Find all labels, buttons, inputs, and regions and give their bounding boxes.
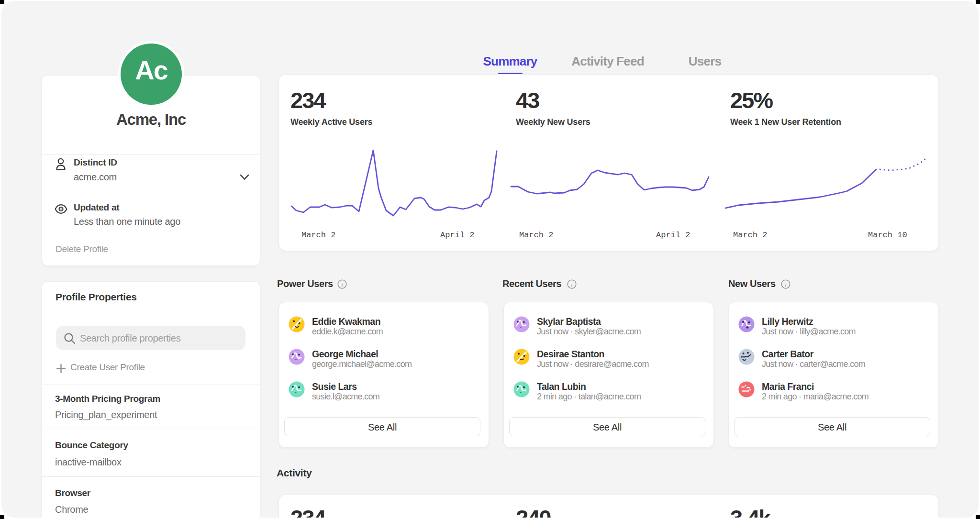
svg-text:i: i [785,281,787,288]
svg-text:i: i [571,281,573,288]
svg-text:i: i [341,281,343,288]
